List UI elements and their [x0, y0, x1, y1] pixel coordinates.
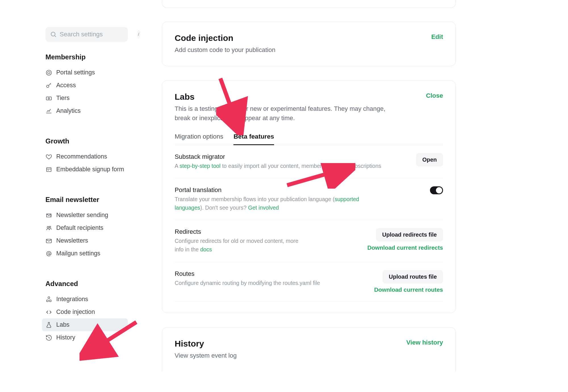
card-code-injection: Code injection Add custom code to your p…	[162, 22, 456, 66]
download-routes-link[interactable]: Download current routes	[374, 286, 443, 293]
previous-card-edge	[162, 0, 456, 8]
tab-migration-options[interactable]: Migration options	[175, 133, 223, 145]
users-icon	[45, 225, 52, 232]
feature-desc: Configure redirects for old or moved con…	[175, 237, 300, 254]
card-title: Code injection	[175, 33, 275, 43]
nav-label: Code injection	[56, 308, 95, 316]
nav-label: Embeddable signup form	[56, 166, 124, 173]
section-title: Growth	[45, 137, 128, 145]
nav-label: History	[56, 334, 75, 341]
blocks-icon	[45, 296, 52, 303]
card-subtitle: View system event log	[175, 351, 237, 360]
view-history-button[interactable]: View history	[406, 339, 443, 346]
get-involved-link[interactable]: Get involved	[248, 205, 279, 211]
open-button[interactable]: Open	[416, 153, 443, 166]
nav-item-mailgun-settings[interactable]: Mailgun settings	[42, 247, 128, 260]
nav-item-newsletters[interactable]: Newsletters	[42, 234, 128, 247]
nav-group-growth: Growth Recommendations Embeddable signup…	[45, 137, 128, 176]
card-subtitle: Add custom code to your publication	[175, 45, 275, 55]
nav-group-advanced: Advanced Integrations Code injection Lab…	[45, 280, 128, 344]
svg-point-1	[46, 70, 51, 75]
search-input-wrapper[interactable]: /	[45, 27, 128, 42]
nav-label: Default recipients	[56, 224, 103, 232]
svg-rect-4	[46, 97, 51, 100]
history-icon	[45, 334, 52, 341]
nav-group-membership: Membership Portal settings Access Tiers …	[45, 53, 128, 117]
close-button[interactable]: Close	[426, 92, 443, 99]
svg-point-10	[48, 253, 50, 255]
feature-desc: Configure dynamic routing by modifying t…	[175, 279, 366, 287]
flask-icon	[45, 322, 52, 328]
portal-translation-toggle[interactable]	[430, 186, 443, 194]
nav-item-history[interactable]: History	[42, 331, 128, 344]
key-icon	[45, 82, 52, 89]
search-input[interactable]	[60, 31, 138, 38]
tab-beta-features[interactable]: Beta features	[233, 133, 274, 145]
nav-item-recommendations[interactable]: Recommendations	[42, 150, 128, 163]
nav-label: Newsletters	[56, 237, 88, 244]
nav-item-portal-settings[interactable]: Portal settings	[42, 66, 128, 79]
download-redirects-link[interactable]: Download current redirects	[367, 244, 443, 251]
svg-point-8	[49, 226, 51, 228]
docs-link[interactable]: docs	[200, 246, 212, 253]
main-content: Code injection Add custom code to your p…	[162, 0, 456, 372]
section-title: Membership	[45, 53, 128, 61]
card-subtitle: This is a testing ground for new or expe…	[175, 104, 390, 123]
nav-label: Integrations	[56, 296, 88, 303]
feature-substack-migrator: Substack migrator A step-by-step tool to…	[175, 145, 443, 178]
feature-portal-translation: Portal translation Translate your member…	[175, 178, 443, 220]
search-shortcut-badge: /	[138, 30, 139, 38]
nav-item-code-injection[interactable]: Code injection	[42, 306, 128, 318]
svg-point-0	[51, 32, 55, 36]
mail-icon	[45, 237, 52, 244]
nav-item-tiers[interactable]: Tiers	[42, 92, 128, 105]
feature-redirects: Redirects Configure redirects for old or…	[175, 220, 443, 262]
feature-desc: A step-by-step tool to easily import all…	[175, 162, 382, 170]
nav-item-integrations[interactable]: Integrations	[42, 293, 128, 306]
nav-group-email: Email newsletter Newsletter sending Defa…	[45, 196, 128, 260]
nav-item-embeddable-signup[interactable]: Embeddable signup form	[42, 163, 128, 176]
chart-icon	[45, 108, 52, 114]
nav-label: Analytics	[56, 107, 81, 114]
edit-button[interactable]: Edit	[431, 33, 443, 41]
feature-title: Routes	[175, 270, 366, 278]
feature-desc: Translate your membership flows into you…	[175, 195, 382, 212]
card-labs: Labs This is a testing ground for new or…	[162, 80, 456, 313]
nav-label: Portal settings	[56, 69, 95, 76]
svg-rect-11	[48, 297, 50, 299]
svg-point-3	[47, 85, 49, 87]
feature-title: Substack migrator	[175, 153, 382, 160]
nav-label: Mailgun settings	[56, 250, 100, 257]
nav-item-analytics[interactable]: Analytics	[42, 105, 128, 117]
upload-redirects-button[interactable]: Upload redirects file	[376, 228, 443, 241]
svg-rect-12	[47, 300, 48, 302]
card-title: Labs	[175, 92, 390, 102]
at-icon	[45, 250, 52, 257]
nav-label: Tiers	[56, 95, 70, 102]
section-title: Advanced	[45, 280, 128, 288]
upload-routes-button[interactable]: Upload routes file	[383, 270, 443, 283]
svg-point-5	[48, 98, 50, 99]
svg-point-7	[47, 226, 49, 228]
nav-label: Recommendations	[56, 153, 107, 160]
nav-item-default-recipients[interactable]: Default recipients	[42, 222, 128, 234]
feature-routes: Routes Configure dynamic routing by modi…	[175, 262, 443, 301]
nav-item-access[interactable]: Access	[42, 79, 128, 92]
step-by-step-link[interactable]: step-by-step tool	[179, 163, 220, 169]
portal-icon	[45, 69, 52, 76]
nav-item-labs[interactable]: Labs	[42, 318, 128, 331]
card-title: History	[175, 339, 237, 349]
svg-rect-6	[47, 168, 51, 172]
sidebar: / Membership Portal settings Access Tier…	[11, 0, 128, 372]
send-icon	[45, 212, 52, 219]
labs-tabs: Migration options Beta features	[175, 133, 443, 145]
nav-item-newsletter-sending[interactable]: Newsletter sending	[42, 209, 128, 222]
nav-label: Access	[56, 82, 76, 89]
code-icon	[45, 309, 52, 316]
feature-title: Portal translation	[175, 186, 382, 194]
card-history: History View system event log View histo…	[162, 327, 456, 372]
search-icon	[50, 31, 57, 38]
svg-point-2	[48, 72, 50, 74]
nav-label: Newsletter sending	[56, 212, 108, 219]
nav-label: Labs	[56, 321, 70, 328]
